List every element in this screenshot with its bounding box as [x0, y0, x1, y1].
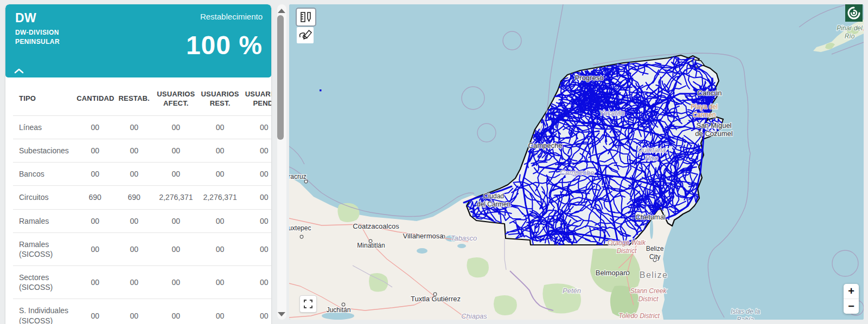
map-label: Belmopan	[596, 269, 628, 277]
map-label: Coatzacoalcos	[353, 222, 399, 230]
column-header: TIPO	[13, 81, 75, 115]
row-value: 00	[242, 139, 271, 162]
map-label: Veracruz	[289, 173, 307, 180]
map-label: Tuxtepec	[289, 224, 311, 232]
map-label: Tabasco	[451, 234, 477, 242]
metric-value: 100 %	[186, 30, 263, 60]
map-label: Campeche	[560, 169, 595, 177]
row-label: Ramales (SICOSS)	[13, 232, 75, 265]
row-value: 00	[114, 266, 154, 299]
row-value: 00	[154, 266, 198, 299]
fullscreen-button[interactable]	[299, 295, 317, 313]
table-row: Bancos0000000000	[13, 163, 271, 186]
row-value: 00	[198, 115, 241, 139]
column-header: CANTIDAD	[75, 81, 114, 115]
row-value: 00	[114, 139, 154, 162]
scroll-up-arrow-icon[interactable]	[278, 9, 285, 13]
column-header: USUARIOS PEND.	[242, 81, 271, 115]
table-row: Circuitos6906902,276,3712,276,37100	[13, 186, 271, 209]
city-marker-icon	[304, 180, 308, 183]
row-value: 690	[75, 186, 114, 209]
table-header-row: TIPOCANTIDADRESTAB.USUARIOS AFECT.USUARI…	[13, 81, 271, 115]
zoom-in-button[interactable]: +	[844, 284, 859, 299]
row-value: 00	[114, 232, 154, 265]
row-value: 00	[114, 209, 154, 232]
row-value: 00	[114, 299, 154, 324]
map-container[interactable]: ProgresoCampecheCancúnPlaya delCarmenSan…	[289, 4, 864, 320]
row-label: S. Individuales (SICOSS)	[13, 299, 75, 324]
row-label: Bancos	[13, 163, 75, 186]
row-value: 00	[75, 299, 114, 324]
row-value: 00	[75, 232, 114, 265]
metric-label: Restablecimiento	[200, 12, 263, 21]
row-value: 690	[114, 186, 154, 209]
map-label: Minatitlán	[357, 242, 385, 249]
measure-tool-button[interactable]	[296, 8, 316, 27]
map-label: Playa delCarmen	[691, 103, 717, 119]
row-label: Circuitos	[13, 186, 75, 209]
scrollbar-thumb[interactable]	[277, 15, 284, 140]
row-value: 00	[242, 232, 271, 265]
row-label: Ramales	[13, 209, 75, 232]
column-header: USUARIOS REST.	[198, 81, 241, 115]
map-label: Petén	[563, 287, 581, 295]
city-marker-icon	[300, 235, 303, 238]
row-value: 00	[154, 139, 198, 162]
table-row: Sectores (SICOSS)0000000000	[13, 266, 271, 299]
panel-scrollbar[interactable]	[276, 4, 288, 320]
row-value: 00	[114, 163, 154, 186]
table-row: Líneas0000000000	[13, 115, 271, 139]
offshore-node	[320, 89, 322, 92]
zoom-out-button[interactable]: −	[844, 299, 859, 314]
collapse-chevron-icon[interactable]	[14, 68, 24, 74]
row-value: 00	[198, 209, 241, 232]
division-code: DW	[15, 11, 36, 25]
map-label: Toledo District	[618, 312, 660, 320]
row-value: 00	[198, 163, 241, 186]
row-label: Líneas	[13, 115, 75, 139]
restoration-table: TIPOCANTIDADRESTAB.USUARIOS AFECT.USUARI…	[13, 81, 271, 324]
swirl-logo-icon	[847, 6, 861, 20]
city-marker-icon	[342, 303, 345, 306]
row-value: 00	[154, 209, 198, 232]
map-label: Juchitán	[327, 306, 351, 314]
restoration-panel: DW DW-DIVISION PENINSULAR Restablecimien…	[5, 4, 271, 324]
row-value: 00	[242, 266, 271, 299]
draw-tool-button[interactable]	[297, 27, 314, 43]
row-value: 00	[242, 163, 271, 186]
table-row: Ramales (SICOSS)0000000000	[13, 232, 271, 265]
row-value: 00	[75, 115, 114, 139]
row-value: 2,276,371	[154, 186, 198, 209]
row-value: 00	[154, 232, 198, 265]
column-header: RESTAB.	[114, 81, 154, 115]
row-value: 00	[154, 115, 198, 139]
row-value: 00	[154, 163, 198, 186]
row-value: 00	[198, 232, 241, 265]
map-label: Tuxtla Gutiérrez	[411, 295, 461, 303]
row-value: 00	[242, 209, 271, 232]
map-label: Villahermosa	[403, 232, 444, 240]
map-label: San Miguelde Cozumel	[695, 121, 732, 138]
pencil-scribble-icon	[299, 29, 312, 41]
row-value: 2,276,371	[198, 186, 241, 209]
table-row: Ramales0000000000	[13, 209, 271, 232]
map-label: Yucatán	[599, 109, 624, 117]
row-value: 00	[75, 163, 114, 186]
panel-header: DW DW-DIVISION PENINSULAR Restablecimien…	[5, 4, 271, 77]
map-canvas[interactable]: ProgresoCampecheCancúnPlaya delCarmenSan…	[289, 4, 864, 320]
row-value: 00	[242, 115, 271, 139]
row-value: 00	[198, 266, 241, 299]
row-label: Sectores (SICOSS)	[13, 266, 75, 299]
map-label: Progreso	[575, 74, 604, 82]
map-label: Belize	[640, 270, 668, 280]
row-value: 00	[75, 209, 114, 232]
row-value: 00	[75, 266, 114, 299]
scroll-down-arrow-icon[interactable]	[278, 312, 285, 316]
row-value: 00	[75, 139, 114, 162]
map-label: Chiapas	[461, 312, 487, 320]
row-value: 00	[114, 115, 154, 139]
map-label: Cancún	[698, 89, 722, 97]
row-value: 00	[198, 299, 241, 324]
brand-logo-button[interactable]	[845, 4, 863, 22]
row-value: 00	[242, 186, 271, 209]
